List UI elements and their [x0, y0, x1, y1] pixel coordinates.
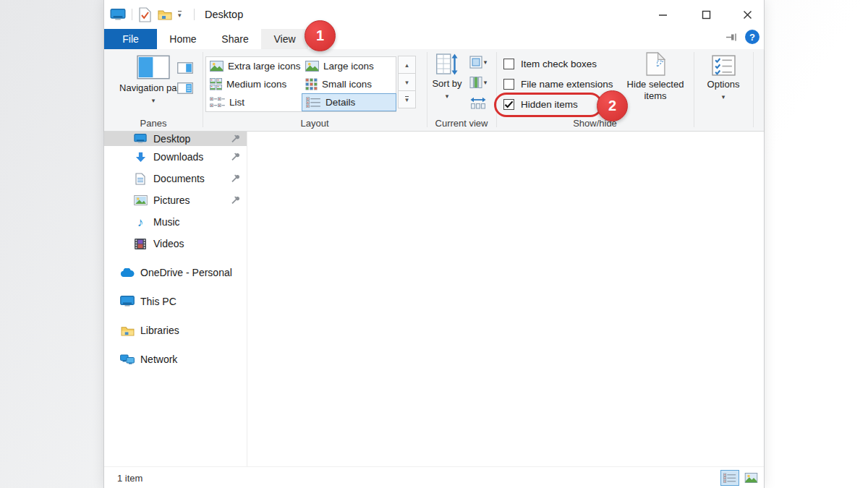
titlebar-separator — [194, 9, 195, 20]
group-separator — [203, 52, 203, 127]
small-icons-icon — [305, 78, 318, 90]
group-label-layout: Layout — [203, 118, 427, 129]
hide-selected-items-icon — [646, 52, 665, 76]
options-button[interactable]: Options ▾ — [697, 55, 749, 100]
layout-option-medium-icons[interactable]: Medium icons — [206, 75, 302, 93]
documents-icon — [133, 173, 148, 185]
layout-gallery-scroll: ▴ ▾ ▾ — [398, 56, 416, 112]
file-name-extensions-checkbox[interactable] — [503, 79, 514, 90]
sidebar-item-label: Libraries — [140, 325, 179, 336]
close-button[interactable] — [735, 0, 760, 29]
gallery-scroll-up-button[interactable]: ▴ — [398, 56, 416, 74]
tab-home[interactable]: Home — [157, 29, 209, 49]
pin-icon[interactable] — [231, 196, 240, 205]
sidebar-item-videos[interactable]: Videos — [104, 233, 247, 254]
chevron-down-icon: ▾ — [484, 59, 488, 66]
network-icon — [120, 354, 135, 364]
pin-icon[interactable] — [231, 174, 240, 183]
tab-view[interactable]: View — [261, 29, 308, 49]
group-separator — [427, 52, 427, 127]
sort-by-icon — [436, 53, 458, 75]
details-view-toggle-button[interactable] — [720, 470, 739, 486]
file-explorer-window: ▾ Desktop File Home Share View ? Navigat… — [103, 0, 765, 488]
more-options-icon: ▾ — [405, 96, 409, 103]
sidebar-item-label: This PC — [140, 296, 176, 307]
group-separator — [496, 52, 497, 127]
details-pane-button[interactable] — [176, 81, 194, 95]
sidebar-item-network[interactable]: Network — [104, 348, 247, 370]
sidebar-item-pictures[interactable]: Pictures — [104, 189, 247, 211]
medium-icons-icon — [210, 78, 222, 90]
size-columns-to-fit-button[interactable] — [466, 95, 490, 110]
layout-option-details[interactable]: Details — [302, 93, 396, 111]
list-view-icon — [210, 97, 225, 108]
item-check-boxes-checkbox-row[interactable]: Item check boxes — [503, 58, 597, 69]
help-icon[interactable]: ? — [745, 30, 760, 44]
window-title: Desktop — [205, 0, 243, 29]
item-check-boxes-checkbox[interactable] — [503, 59, 514, 69]
sidebar-item-label: Documents — [153, 173, 205, 184]
pictures-icon — [133, 195, 148, 205]
pin-icon[interactable] — [231, 153, 240, 161]
sidebar-item-downloads[interactable]: Downloads — [104, 146, 247, 168]
onedrive-cloud-icon — [120, 268, 135, 278]
app-icon — [110, 0, 126, 29]
file-list-area[interactable] — [247, 132, 764, 466]
minimize-button[interactable] — [650, 0, 675, 29]
group-separator — [753, 52, 754, 127]
layout-option-label: Large icons — [323, 61, 374, 72]
sidebar-item-onedrive[interactable]: OneDrive - Personal — [104, 262, 247, 283]
options-label: Options — [707, 79, 740, 90]
hide-selected-items-label: Hide selected items — [619, 79, 692, 103]
options-icon — [712, 55, 736, 76]
file-name-extensions-checkbox-row[interactable]: File name extensions — [503, 78, 613, 90]
gallery-more-button[interactable]: ▾ — [398, 90, 416, 108]
maximize-button[interactable] — [694, 0, 718, 29]
layout-option-label: Medium icons — [226, 79, 286, 90]
tab-share[interactable]: Share — [209, 29, 261, 49]
layout-option-label: Details — [326, 97, 355, 108]
desktop-icon — [133, 134, 148, 144]
libraries-folder-icon — [120, 325, 135, 336]
pin-ribbon-icon[interactable] — [726, 33, 739, 41]
layout-option-list[interactable]: List — [206, 93, 302, 111]
annotation-step-2-badge: 2 — [597, 90, 628, 121]
layout-option-label: List — [229, 97, 244, 108]
sidebar-item-label: Network — [140, 354, 177, 365]
layout-option-label: Extra large icons — [228, 61, 301, 72]
navigation-pane-icon — [137, 55, 170, 80]
layout-option-small-icons[interactable]: Small icons — [302, 75, 396, 93]
videos-icon — [133, 239, 148, 249]
properties-quick-access-icon[interactable] — [139, 0, 151, 29]
title-bar: ▾ Desktop — [104, 0, 764, 29]
chevron-down-icon: ▾ — [484, 79, 488, 86]
add-columns-button[interactable]: ▾ — [466, 75, 490, 90]
thumbnail-view-toggle-button[interactable] — [741, 470, 760, 486]
downloads-icon — [133, 152, 148, 163]
layout-option-large-icons[interactable]: Large icons — [302, 57, 396, 75]
group-label-current-view: Current view — [427, 118, 496, 129]
tab-file[interactable]: File — [104, 29, 157, 49]
gallery-scroll-down-button[interactable]: ▾ — [398, 73, 416, 91]
details-view-icon — [306, 97, 321, 108]
sidebar-item-this-pc[interactable]: This PC — [104, 291, 247, 312]
annotation-step-1-badge: 1 — [305, 20, 336, 51]
sidebar-item-desktop[interactable]: Desktop — [104, 132, 247, 146]
group-separator — [694, 52, 694, 127]
ribbon-tab-bar: File Home Share View — [104, 29, 764, 49]
group-by-button[interactable]: ▾ — [466, 55, 490, 69]
sidebar-item-libraries[interactable]: Libraries — [104, 320, 247, 341]
layout-option-extra-large-icons[interactable]: Extra large icons — [206, 57, 302, 75]
annotation-highlight-hidden-items — [494, 93, 603, 117]
navigation-pane: Desktop Downloads Documents Pictures ♪ M… — [104, 132, 247, 466]
hide-selected-items-button[interactable]: Hide selected items — [619, 52, 692, 103]
layout-option-label: Small icons — [322, 79, 372, 90]
caret-down-icon: ▾ — [405, 79, 409, 86]
sidebar-item-music[interactable]: ♪ Music — [104, 211, 247, 233]
pin-icon[interactable] — [231, 134, 240, 143]
sidebar-item-documents[interactable]: Documents — [104, 168, 247, 189]
new-folder-quick-access-icon[interactable] — [158, 0, 172, 29]
sort-by-button[interactable]: Sort by ▾ — [430, 53, 464, 102]
customize-quick-access-toolbar-icon[interactable]: ▾ — [178, 0, 182, 29]
preview-pane-button[interactable] — [176, 61, 194, 75]
